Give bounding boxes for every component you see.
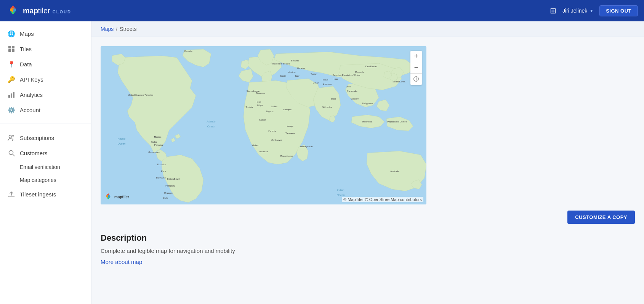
main-layout: 🌐 Maps Tiles 📍 Data � <box>0 21 644 304</box>
sidebar-item-maps[interactable]: 🌐 Maps <box>0 26 91 41</box>
logo-tiler-text: tiler <box>38 6 50 15</box>
map-info-button[interactable]: ⓘ <box>410 74 422 85</box>
svg-line-11 <box>13 154 15 156</box>
svg-rect-1 <box>8 46 11 48</box>
description-text: Complete and legible map for navigation … <box>101 248 635 254</box>
sidebar-divider <box>0 124 91 124</box>
svg-rect-5 <box>8 95 10 98</box>
zoom-out-button[interactable]: − <box>410 62 422 74</box>
sidebar-item-analytics[interactable]: Analytics <box>0 87 91 102</box>
key-icon: 🔑 <box>8 76 15 83</box>
svg-point-8 <box>9 135 12 138</box>
sidebar-item-subscriptions-label: Subscriptions <box>20 135 54 141</box>
sidebar-item-tileset-ingests[interactable]: Tileset ingests <box>0 187 91 202</box>
sidebar-item-api-keys-label: API Keys <box>20 76 43 83</box>
grid-icon[interactable]: ⊞ <box>550 6 556 15</box>
svg-point-9 <box>12 135 14 137</box>
sidebar-item-data[interactable]: 📍 Data <box>0 56 91 72</box>
customize-copy-button[interactable]: CUSTOMIZE A COPY <box>567 211 635 224</box>
gear-icon: ⚙️ <box>8 106 15 114</box>
sidebar-item-customers[interactable]: Customers <box>0 145 91 161</box>
sidebar-item-account[interactable]: ⚙️ Account <box>0 102 91 117</box>
globe-icon: 🌐 <box>8 30 15 37</box>
svg-point-10 <box>9 151 13 155</box>
svg-rect-2 <box>12 46 14 48</box>
sidebar-item-data-label: Data <box>20 61 32 68</box>
user-name: Jiri Jelinek <box>562 8 587 14</box>
main-content: Maps/Streets <box>91 21 644 304</box>
svg-rect-4 <box>12 49 14 52</box>
logo-cloud-text: CLOUD <box>53 10 71 14</box>
sidebar-item-tiles[interactable]: Tiles <box>0 41 91 56</box>
sign-out-button[interactable]: SIGN OUT <box>599 5 638 16</box>
header-right-area: ⊞ Jiri Jelinek ▼ SIGN OUT <box>550 5 638 16</box>
sidebar-item-email-verification-label: Email verification <box>20 164 60 170</box>
map-logo: maptiler <box>104 192 129 201</box>
sidebar-item-maps-label: Maps <box>20 31 34 37</box>
logo-map-text: map <box>23 6 38 15</box>
breadcrumb-separator: / <box>116 26 117 32</box>
analytics-icon <box>8 91 15 98</box>
sidebar-item-map-categories-label: Map categories <box>20 177 56 183</box>
tiles-icon <box>8 45 15 53</box>
header-logo-area: maptilerCLOUD <box>6 4 71 18</box>
sidebar-item-analytics-label: Analytics <box>20 92 43 98</box>
sidebar-item-tileset-ingests-label: Tileset ingests <box>20 191 56 198</box>
sidebar-item-tiles-label: Tiles <box>20 46 32 52</box>
sidebar-item-api-keys[interactable]: 🔑 API Keys <box>0 72 91 87</box>
maptiler-logo-icon <box>6 4 20 18</box>
svg-rect-3 <box>8 49 11 52</box>
map-controls: + − ⓘ <box>410 51 422 85</box>
sidebar-item-subscriptions[interactable]: Subscriptions <box>0 130 91 145</box>
breadcrumb: Maps/Streets <box>91 21 644 37</box>
zoom-in-button[interactable]: + <box>410 51 422 62</box>
description-title: Description <box>101 233 635 243</box>
description-section: Description Complete and legible map for… <box>101 233 635 265</box>
pin-icon: 📍 <box>8 60 15 68</box>
sidebar-sub-section: Subscriptions Customers Email verificati… <box>0 125 91 206</box>
map-attribution: © MapTiler © OpenStreetMap contributors <box>342 197 423 202</box>
svg-rect-6 <box>11 93 12 98</box>
sidebar-item-customers-label: Customers <box>20 150 48 156</box>
sidebar-item-map-categories[interactable]: Map categories <box>0 174 91 187</box>
people-icon <box>8 134 15 142</box>
search-icon <box>8 149 15 157</box>
breadcrumb-parent-link[interactable]: Maps <box>101 26 114 32</box>
sidebar: 🌐 Maps Tiles 📍 Data � <box>0 21 91 304</box>
upload-icon <box>8 190 15 198</box>
dropdown-arrow-icon: ▼ <box>590 9 593 13</box>
logo-text: maptilerCLOUD <box>23 6 71 15</box>
world-map-svg: United States of America Canada Brazil S… <box>101 46 426 204</box>
user-dropdown[interactable]: Jiri Jelinek ▼ <box>562 8 593 14</box>
map-container: United States of America Canada Brazil S… <box>101 46 426 204</box>
app-header: maptilerCLOUD ⊞ Jiri Jelinek ▼ SIGN OUT <box>0 0 644 21</box>
sidebar-main-section: 🌐 Maps Tiles 📍 Data � <box>0 21 91 122</box>
breadcrumb-current: Streets <box>120 26 136 32</box>
svg-rect-7 <box>13 92 14 98</box>
sidebar-item-email-verification[interactable]: Email verification <box>0 161 91 174</box>
page-content: United States of America Canada Brazil S… <box>91 37 644 275</box>
sidebar-item-account-label: Account <box>20 107 40 113</box>
more-about-map-link[interactable]: More about map <box>101 259 142 265</box>
